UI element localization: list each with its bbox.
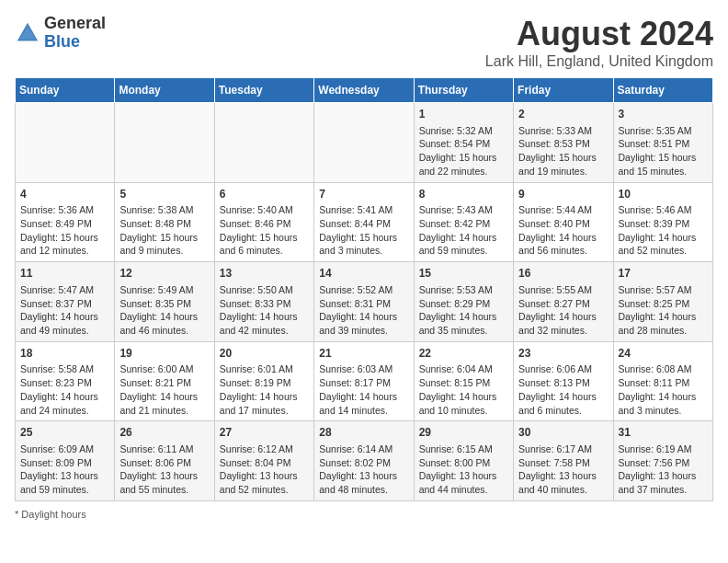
day-cell-2-2: 13Sunrise: 5:50 AMSunset: 8:33 PMDayligh… bbox=[214, 262, 313, 342]
day-cell-0-4: 1Sunrise: 5:32 AMSunset: 8:54 PMDaylight… bbox=[414, 103, 513, 183]
subtitle: Lark Hill, England, United Kingdom bbox=[485, 53, 713, 70]
day-cell-3-2: 20Sunrise: 6:01 AMSunset: 8:19 PMDayligh… bbox=[214, 341, 313, 421]
day-number: 11 bbox=[20, 266, 109, 282]
day-cell-2-4: 15Sunrise: 5:53 AMSunset: 8:29 PMDayligh… bbox=[414, 262, 513, 342]
day-cell-2-0: 11Sunrise: 5:47 AMSunset: 8:37 PMDayligh… bbox=[16, 262, 115, 342]
day-cell-3-1: 19Sunrise: 6:00 AMSunset: 8:21 PMDayligh… bbox=[115, 341, 214, 421]
header: General Blue August 2024 Lark Hill, Engl… bbox=[15, 15, 713, 70]
day-cell-1-2: 6Sunrise: 5:40 AMSunset: 8:46 PMDaylight… bbox=[214, 182, 313, 262]
day-cell-4-3: 28Sunrise: 6:14 AMSunset: 8:02 PMDayligh… bbox=[314, 421, 414, 501]
day-info: Sunrise: 5:33 AMSunset: 8:53 PMDaylight:… bbox=[518, 124, 608, 178]
day-info: Sunrise: 5:43 AMSunset: 8:42 PMDaylight:… bbox=[419, 203, 508, 258]
day-cell-2-6: 17Sunrise: 5:57 AMSunset: 8:25 PMDayligh… bbox=[613, 262, 712, 342]
day-cell-1-5: 9Sunrise: 5:44 AMSunset: 8:40 PMDaylight… bbox=[514, 182, 613, 262]
day-number: 10 bbox=[619, 187, 708, 202]
day-cell-4-6: 31Sunrise: 6:19 AMSunset: 7:56 PMDayligh… bbox=[613, 421, 712, 501]
day-number: 27 bbox=[220, 425, 309, 441]
col-thursday: Thursday bbox=[414, 78, 513, 103]
logo-general-text: General bbox=[44, 14, 106, 32]
week-row-4: 18Sunrise: 5:58 AMSunset: 8:23 PMDayligh… bbox=[16, 341, 713, 421]
day-info: Sunrise: 6:01 AMSunset: 8:19 PMDaylight:… bbox=[220, 362, 309, 417]
day-number: 19 bbox=[119, 346, 209, 362]
day-info: Sunrise: 5:49 AMSunset: 8:35 PMDaylight:… bbox=[119, 283, 209, 338]
day-cell-3-5: 23Sunrise: 6:06 AMSunset: 8:13 PMDayligh… bbox=[514, 341, 613, 421]
main-title: August 2024 bbox=[485, 15, 713, 53]
day-number: 30 bbox=[518, 425, 608, 441]
footer-note: * Daylight hours bbox=[15, 509, 713, 520]
day-number: 18 bbox=[20, 346, 109, 362]
day-info: Sunrise: 6:17 AMSunset: 7:58 PMDaylight:… bbox=[518, 442, 608, 497]
day-cell-3-3: 21Sunrise: 6:03 AMSunset: 8:17 PMDayligh… bbox=[314, 341, 414, 421]
col-tuesday: Tuesday bbox=[214, 78, 313, 103]
calendar: Sunday Monday Tuesday Wednesday Thursday… bbox=[15, 77, 713, 501]
day-number: 23 bbox=[518, 346, 608, 362]
day-number: 25 bbox=[20, 425, 109, 441]
day-info: Sunrise: 5:38 AMSunset: 8:48 PMDaylight:… bbox=[119, 203, 209, 258]
col-sunday: Sunday bbox=[16, 78, 115, 103]
day-info: Sunrise: 6:06 AMSunset: 8:13 PMDaylight:… bbox=[518, 362, 608, 417]
day-number: 20 bbox=[220, 346, 309, 362]
day-number: 29 bbox=[419, 425, 508, 441]
day-number: 8 bbox=[419, 187, 508, 202]
day-cell-4-1: 26Sunrise: 6:11 AMSunset: 8:06 PMDayligh… bbox=[115, 421, 214, 501]
day-info: Sunrise: 5:36 AMSunset: 8:49 PMDaylight:… bbox=[20, 203, 109, 258]
day-cell-1-3: 7Sunrise: 5:41 AMSunset: 8:44 PMDaylight… bbox=[314, 182, 414, 262]
day-number: 14 bbox=[319, 266, 408, 282]
calendar-header-row: Sunday Monday Tuesday Wednesday Thursday… bbox=[16, 78, 713, 103]
day-info: Sunrise: 6:19 AMSunset: 7:56 PMDaylight:… bbox=[619, 442, 708, 497]
week-row-3: 11Sunrise: 5:47 AMSunset: 8:37 PMDayligh… bbox=[16, 262, 713, 342]
day-info: Sunrise: 5:46 AMSunset: 8:39 PMDaylight:… bbox=[619, 203, 708, 258]
col-wednesday: Wednesday bbox=[314, 78, 414, 103]
logo-icon bbox=[15, 20, 40, 46]
day-number: 7 bbox=[319, 187, 408, 202]
logo-blue-text: Blue bbox=[44, 32, 80, 51]
day-cell-2-3: 14Sunrise: 5:52 AMSunset: 8:31 PMDayligh… bbox=[314, 262, 414, 342]
day-number: 4 bbox=[20, 187, 109, 202]
day-info: Sunrise: 6:12 AMSunset: 8:04 PMDaylight:… bbox=[220, 442, 309, 497]
day-number: 1 bbox=[419, 107, 508, 122]
day-cell-3-6: 24Sunrise: 6:08 AMSunset: 8:11 PMDayligh… bbox=[613, 341, 712, 421]
day-cell-0-5: 2Sunrise: 5:33 AMSunset: 8:53 PMDaylight… bbox=[514, 103, 613, 183]
title-area: August 2024 Lark Hill, England, United K… bbox=[485, 15, 713, 70]
day-info: Sunrise: 5:47 AMSunset: 8:37 PMDaylight:… bbox=[20, 283, 109, 338]
day-cell-0-6: 3Sunrise: 5:35 AMSunset: 8:51 PMDaylight… bbox=[613, 103, 712, 183]
day-cell-2-1: 12Sunrise: 5:49 AMSunset: 8:35 PMDayligh… bbox=[115, 262, 214, 342]
col-friday: Friday bbox=[514, 78, 613, 103]
day-number: 24 bbox=[619, 346, 708, 362]
day-cell-4-5: 30Sunrise: 6:17 AMSunset: 7:58 PMDayligh… bbox=[514, 421, 613, 501]
day-info: Sunrise: 5:53 AMSunset: 8:29 PMDaylight:… bbox=[419, 283, 508, 338]
day-info: Sunrise: 5:40 AMSunset: 8:46 PMDaylight:… bbox=[220, 203, 309, 258]
day-cell-0-0 bbox=[16, 103, 115, 183]
day-number: 9 bbox=[518, 187, 608, 202]
day-info: Sunrise: 5:32 AMSunset: 8:54 PMDaylight:… bbox=[419, 124, 508, 178]
day-cell-0-3 bbox=[314, 103, 414, 183]
day-number: 12 bbox=[119, 266, 209, 282]
day-info: Sunrise: 6:03 AMSunset: 8:17 PMDaylight:… bbox=[319, 362, 408, 417]
day-cell-0-2 bbox=[214, 103, 313, 183]
day-info: Sunrise: 6:15 AMSunset: 8:00 PMDaylight:… bbox=[419, 442, 508, 497]
day-number: 15 bbox=[419, 266, 508, 282]
week-row-2: 4Sunrise: 5:36 AMSunset: 8:49 PMDaylight… bbox=[16, 182, 713, 262]
day-cell-4-4: 29Sunrise: 6:15 AMSunset: 8:00 PMDayligh… bbox=[414, 421, 513, 501]
day-cell-1-1: 5Sunrise: 5:38 AMSunset: 8:48 PMDaylight… bbox=[115, 182, 214, 262]
day-info: Sunrise: 5:44 AMSunset: 8:40 PMDaylight:… bbox=[518, 203, 608, 258]
day-info: Sunrise: 6:14 AMSunset: 8:02 PMDaylight:… bbox=[319, 442, 408, 497]
day-number: 3 bbox=[619, 107, 708, 122]
day-number: 2 bbox=[518, 107, 608, 122]
day-number: 5 bbox=[119, 187, 209, 202]
day-number: 6 bbox=[220, 187, 309, 202]
day-info: Sunrise: 6:08 AMSunset: 8:11 PMDaylight:… bbox=[619, 362, 708, 417]
day-info: Sunrise: 5:41 AMSunset: 8:44 PMDaylight:… bbox=[319, 203, 408, 258]
day-info: Sunrise: 6:11 AMSunset: 8:06 PMDaylight:… bbox=[119, 442, 209, 497]
day-number: 13 bbox=[220, 266, 309, 282]
day-cell-1-0: 4Sunrise: 5:36 AMSunset: 8:49 PMDaylight… bbox=[16, 182, 115, 262]
week-row-5: 25Sunrise: 6:09 AMSunset: 8:09 PMDayligh… bbox=[16, 421, 713, 501]
day-info: Sunrise: 5:57 AMSunset: 8:25 PMDaylight:… bbox=[619, 283, 708, 338]
day-cell-4-2: 27Sunrise: 6:12 AMSunset: 8:04 PMDayligh… bbox=[214, 421, 313, 501]
week-row-1: 1Sunrise: 5:32 AMSunset: 8:54 PMDaylight… bbox=[16, 103, 713, 183]
day-number: 28 bbox=[319, 425, 408, 441]
day-info: Sunrise: 5:50 AMSunset: 8:33 PMDaylight:… bbox=[220, 283, 309, 338]
day-cell-3-0: 18Sunrise: 5:58 AMSunset: 8:23 PMDayligh… bbox=[16, 341, 115, 421]
logo: General Blue bbox=[15, 15, 106, 52]
day-cell-1-6: 10Sunrise: 5:46 AMSunset: 8:39 PMDayligh… bbox=[613, 182, 712, 262]
